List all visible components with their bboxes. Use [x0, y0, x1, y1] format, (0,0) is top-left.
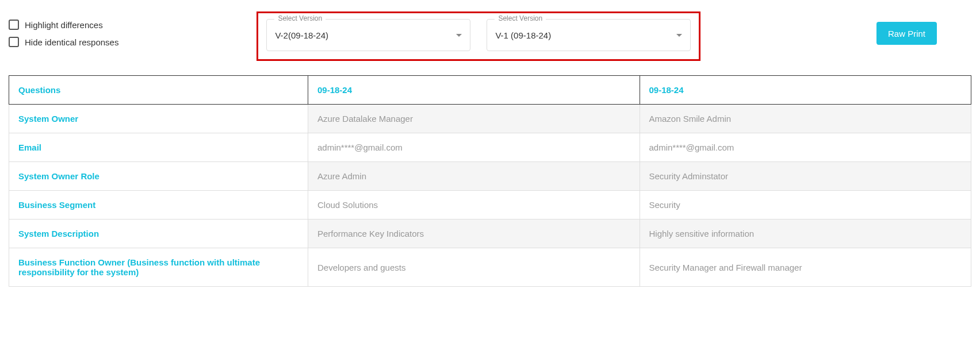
checkbox-icon — [9, 20, 19, 30]
version-a-select-field: Select Version V-2(09-18-24) — [266, 19, 470, 51]
value-b-cell: Security — [640, 191, 971, 220]
hide-identical-label: Hide identical responses — [25, 37, 118, 47]
version-b-value: V-1 (09-18-24) — [495, 30, 551, 40]
value-a-cell: Cloud Solutions — [308, 191, 640, 220]
hide-identical-checkbox[interactable]: Hide identical responses — [9, 37, 118, 47]
question-cell: System Owner — [9, 105, 308, 133]
version-selectors-highlight: Select Version V-2(09-18-24) Select Vers… — [257, 11, 700, 61]
question-cell: System Description — [9, 220, 308, 248]
highlight-differences-checkbox[interactable]: Highlight differences — [9, 20, 118, 30]
version-b-select-field: Select Version V-1 (09-18-24) — [487, 19, 691, 51]
comparison-table-body: System Owner Azure Datalake Manager Amaz… — [9, 105, 971, 287]
question-cell: Business Segment — [9, 191, 308, 220]
top-controls-row: Highlight differences Hide identical res… — [9, 11, 971, 61]
table-row: Email admin****@gmail.com admin****@gmai… — [9, 133, 971, 162]
header-questions: Questions — [9, 76, 308, 105]
highlight-differences-label: Highlight differences — [25, 20, 103, 30]
version-a-select[interactable]: V-2(09-18-24) — [266, 19, 470, 51]
value-b-cell: Highly sensitive information — [640, 220, 971, 248]
header-version-a: 09-18-24 — [308, 76, 640, 105]
question-cell: Business Function Owner (Business functi… — [9, 248, 308, 287]
value-a-cell: Developers and guests — [308, 248, 640, 287]
question-cell: System Owner Role — [9, 162, 308, 191]
header-version-b: 09-18-24 — [640, 76, 971, 105]
value-b-cell: Security Manager and Firewall manager — [640, 248, 971, 287]
raw-print-button[interactable]: Raw Print — [876, 22, 937, 45]
select-version-a-label: Select Version — [274, 14, 326, 22]
checkbox-icon — [9, 37, 19, 47]
select-version-b-label: Select Version — [495, 14, 546, 22]
table-row: Business Segment Cloud Solutions Securit… — [9, 191, 971, 220]
display-options-group: Highlight differences Hide identical res… — [9, 11, 118, 47]
table-row: Business Function Owner (Business functi… — [9, 248, 971, 287]
table-row: System Description Performance Key Indic… — [9, 220, 971, 248]
value-b-cell: Security Adminstator — [640, 162, 971, 191]
value-a-cell: admin****@gmail.com — [308, 133, 640, 162]
chevron-down-icon — [676, 34, 682, 37]
table-row: System Owner Role Azure Admin Security A… — [9, 162, 971, 191]
value-b-cell: admin****@gmail.com — [640, 133, 971, 162]
version-a-value: V-2(09-18-24) — [275, 30, 328, 40]
table-header-row: Questions 09-18-24 09-18-24 — [9, 76, 971, 105]
table-row: System Owner Azure Datalake Manager Amaz… — [9, 105, 971, 133]
value-a-cell: Performance Key Indicators — [308, 220, 640, 248]
chevron-down-icon — [456, 34, 462, 37]
question-cell: Email — [9, 133, 308, 162]
version-b-select[interactable]: V-1 (09-18-24) — [487, 19, 691, 51]
comparison-table: Questions 09-18-24 09-18-24 System Owner… — [9, 75, 971, 287]
value-a-cell: Azure Datalake Manager — [308, 105, 640, 133]
value-a-cell: Azure Admin — [308, 162, 640, 191]
value-b-cell: Amazon Smile Admin — [640, 105, 971, 133]
